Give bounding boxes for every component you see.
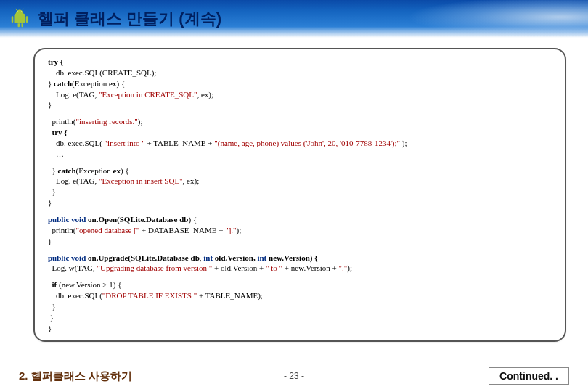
- code-line: …: [48, 149, 555, 160]
- code-line: }: [48, 197, 555, 208]
- code-line: }: [48, 236, 555, 247]
- svg-point-1: [21, 11, 22, 12]
- code-line: db. exec.SQL(CREATE_SQL);: [48, 68, 555, 78]
- code-line: }: [48, 301, 555, 312]
- slide-title: 헬퍼 클래스 만들기 (계속): [38, 8, 221, 30]
- section-label: 2. 헬퍼클래스 사용하기: [19, 369, 132, 383]
- code-line: try {: [48, 57, 63, 66]
- slide-footer: 2. 헬퍼클래스 사용하기 - 23 - Continued. .: [0, 366, 588, 386]
- slide-header: 헬퍼 클래스 만들기 (계속): [0, 0, 588, 38]
- code-line: }: [48, 312, 555, 323]
- android-icon: [9, 8, 30, 30]
- page-number: - 23 -: [284, 371, 304, 381]
- code-line: }: [48, 187, 555, 197]
- continued-badge: Continued. .: [489, 367, 569, 385]
- code-line: }: [48, 323, 555, 334]
- code-line: try {: [48, 128, 68, 136]
- code-line: }: [48, 99, 555, 110]
- code-sample: try { db. exec.SQL(CREATE_SQL); } catch(…: [33, 48, 566, 342]
- svg-point-0: [17, 11, 18, 12]
